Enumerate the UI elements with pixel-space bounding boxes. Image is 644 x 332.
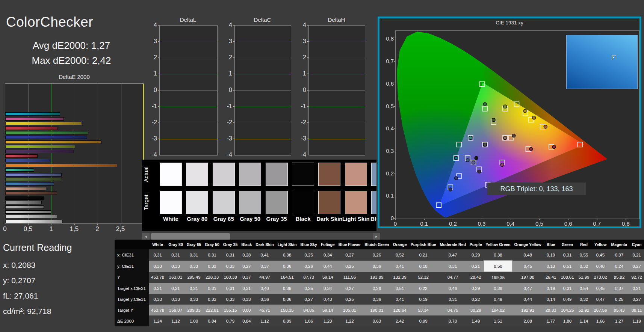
value-cell[interactable]: 0,31 bbox=[221, 249, 240, 261]
value-cell[interactable]: 1,27 bbox=[609, 315, 629, 326]
value-cell[interactable]: 2,42 bbox=[391, 315, 409, 326]
value-cell[interactable]: 0,47 bbox=[512, 283, 543, 294]
value-cell[interactable]: 0,33 bbox=[221, 261, 240, 272]
value-cell[interactable]: 0,31 bbox=[558, 283, 576, 294]
value-cell[interactable]: 0,33 bbox=[149, 294, 166, 305]
value-cell[interactable]: 0,47 bbox=[591, 294, 609, 305]
value-cell[interactable]: 1,14 bbox=[576, 315, 592, 326]
value-cell[interactable]: 0,31 bbox=[166, 249, 185, 261]
value-cell[interactable]: 1,12 bbox=[166, 315, 185, 326]
value-cell[interactable]: 453,78 bbox=[149, 272, 166, 283]
value-cell[interactable]: 0,44 bbox=[319, 261, 337, 272]
value-cell[interactable]: 1,19 bbox=[629, 315, 644, 326]
value-cell[interactable]: 0,26 bbox=[299, 261, 319, 272]
value-cell[interactable]: 0,26 bbox=[363, 249, 391, 261]
value-cell[interactable]: 1,51 bbox=[484, 315, 512, 326]
value-cell[interactable]: 0,45 bbox=[591, 249, 609, 261]
value-cell[interactable]: 453,78 bbox=[149, 305, 166, 315]
value-cell[interactable]: 1,22 bbox=[337, 315, 363, 326]
value-cell[interactable]: 0,54 bbox=[576, 283, 592, 294]
value-cell[interactable]: 0,84 bbox=[203, 315, 221, 326]
value-cell[interactable]: 1,23 bbox=[319, 315, 337, 326]
value-cell[interactable]: 1,12 bbox=[254, 315, 275, 326]
value-cell[interactable]: 0,26 bbox=[363, 283, 391, 294]
value-cell[interactable]: 0,33 bbox=[239, 294, 254, 305]
value-cell[interactable]: 108,61 bbox=[558, 272, 576, 283]
value-cell[interactable]: 295,49 bbox=[185, 272, 203, 283]
value-cell[interactable]: 0,22 bbox=[409, 283, 438, 294]
value-cell[interactable]: 132,39 bbox=[391, 272, 409, 283]
value-cell[interactable]: 289,33 bbox=[185, 305, 203, 315]
value-cell[interactable]: 52,32 bbox=[409, 272, 438, 283]
value-cell[interactable]: 0,33 bbox=[166, 261, 185, 272]
value-cell[interactable]: 0,36 bbox=[276, 294, 299, 305]
value-cell[interactable]: 0,32 bbox=[576, 261, 592, 272]
value-cell[interactable]: 0,52 bbox=[391, 249, 409, 261]
value-cell[interactable]: 0,31 bbox=[185, 283, 203, 294]
value-cell[interactable]: 0,31 bbox=[166, 283, 185, 294]
value-cell[interactable]: 0,19 bbox=[543, 283, 559, 294]
value-cell[interactable]: 160,38 bbox=[221, 272, 240, 283]
value-cell[interactable]: 30,29 bbox=[468, 305, 484, 315]
value-cell[interactable]: 105,81 bbox=[337, 305, 363, 315]
value-cell[interactable]: 0,27 bbox=[239, 261, 254, 272]
value-cell[interactable]: 0,51 bbox=[558, 261, 576, 272]
value-cell[interactable]: 0,22 bbox=[468, 294, 484, 305]
value-cell[interactable]: 0,31 bbox=[203, 249, 221, 261]
value-cell[interactable]: 0,24 bbox=[609, 261, 629, 272]
value-cell[interactable]: 0,25 bbox=[299, 249, 319, 261]
value-cell[interactable]: 0,31 bbox=[438, 261, 467, 272]
value-cell[interactable]: 59,14 bbox=[319, 272, 337, 283]
value-cell[interactable]: 164,51 bbox=[276, 272, 299, 283]
value-cell[interactable]: 0,21 bbox=[629, 249, 644, 261]
value-cell[interactable]: 0,34 bbox=[319, 249, 337, 261]
value-cell[interactable]: 0,27 bbox=[629, 294, 644, 305]
value-cell[interactable]: 0,27 bbox=[337, 249, 363, 261]
value-cell[interactable]: 0,31 bbox=[438, 294, 467, 305]
value-cell[interactable]: 0,51 bbox=[391, 283, 409, 294]
value-cell[interactable]: 111,56 bbox=[337, 272, 363, 283]
value-cell[interactable]: 0,41 bbox=[391, 294, 409, 305]
value-cell[interactable]: 0,13 bbox=[543, 261, 559, 272]
value-cell[interactable]: 197,88 bbox=[512, 272, 543, 283]
value-cell[interactable]: 0,70 bbox=[438, 315, 467, 326]
value-cell[interactable]: 0,29 bbox=[468, 249, 484, 261]
value-cell[interactable]: 0,18 bbox=[409, 261, 438, 272]
value-cell[interactable]: 155,15 bbox=[221, 305, 240, 315]
value-cell[interactable]: 0,14 bbox=[543, 294, 559, 305]
value-cell[interactable]: 0,31 bbox=[221, 283, 240, 294]
value-cell[interactable]: 1,49 bbox=[468, 315, 484, 326]
value-cell[interactable]: 44,97 bbox=[254, 272, 275, 283]
value-cell[interactable]: 363,01 bbox=[166, 272, 185, 283]
value-cell[interactable]: 0,37 bbox=[239, 272, 254, 283]
value-cell[interactable]: 0,25 bbox=[337, 294, 363, 305]
value-cell[interactable]: 53,34 bbox=[409, 305, 438, 315]
value-cell[interactable]: 0,79 bbox=[221, 315, 240, 326]
value-cell[interactable]: 0,38 bbox=[276, 249, 299, 261]
value-cell[interactable]: 0,55 bbox=[576, 249, 592, 261]
value-cell[interactable]: 1,06 bbox=[299, 315, 319, 326]
value-cell[interactable]: 1,00 bbox=[185, 315, 203, 326]
value-cell[interactable]: 1,80 bbox=[558, 315, 576, 326]
value-cell[interactable]: 0,38 bbox=[276, 283, 299, 294]
value-cell[interactable]: 0,31 bbox=[185, 249, 203, 261]
value-cell[interactable]: 0,38 bbox=[484, 283, 512, 294]
value-cell[interactable]: 0,89 bbox=[276, 315, 299, 326]
value-cell[interactable]: 0,33 bbox=[166, 294, 185, 305]
value-cell[interactable]: 0,31 bbox=[203, 283, 221, 294]
value-cell[interactable]: 0,41 bbox=[254, 249, 275, 261]
scroll-left-icon[interactable]: ◄ bbox=[142, 233, 150, 240]
value-cell[interactable]: 0,27 bbox=[629, 261, 644, 272]
value-cell[interactable]: 0,19 bbox=[409, 294, 438, 305]
value-cell[interactable]: 192,91 bbox=[512, 305, 543, 315]
value-cell[interactable]: 0,29 bbox=[468, 283, 484, 294]
value-cell[interactable]: 0,36 bbox=[254, 294, 275, 305]
value-cell[interactable]: 194,02 bbox=[484, 305, 512, 315]
value-cell[interactable]: 128,64 bbox=[391, 305, 409, 315]
value-cell[interactable]: 228,33 bbox=[203, 272, 221, 283]
value-cell[interactable]: 0,31 bbox=[149, 249, 166, 261]
value-cell[interactable]: 84,77 bbox=[438, 272, 467, 283]
value-cell[interactable]: 0,40 bbox=[254, 283, 275, 294]
value-cell[interactable]: 0,33 bbox=[203, 294, 221, 305]
value-cell[interactable]: 0,63 bbox=[363, 315, 391, 326]
